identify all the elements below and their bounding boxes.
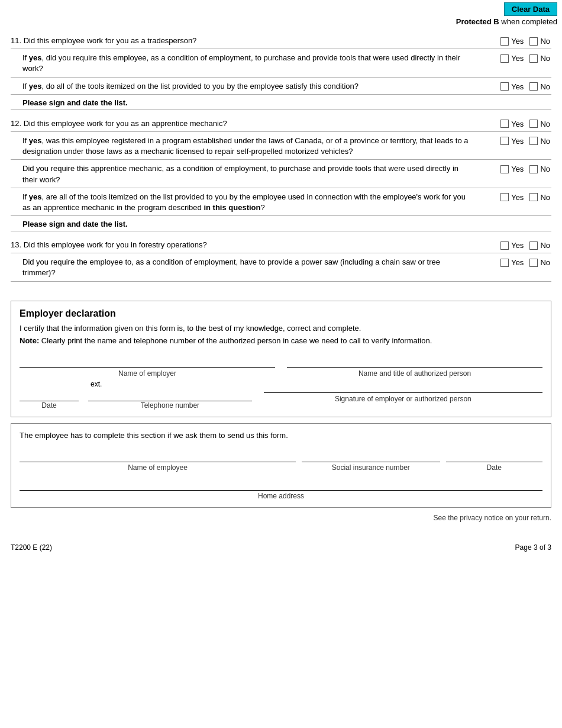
question-11-yn: Yes No (480, 36, 551, 46)
home-address-line (20, 478, 542, 491)
question-13-yes-label: Yes (511, 241, 524, 250)
employer-name-label: Name of employer (118, 369, 176, 378)
question-12c-no-checkbox[interactable] (529, 193, 538, 201)
employer-phone-label: Telephone number (141, 401, 199, 410)
employee-name-label: Name of employee (128, 463, 188, 472)
question-12b-no-checkbox[interactable] (529, 165, 538, 173)
employee-name-field: Name of employee (20, 449, 296, 472)
question-13a-text: Did you require the employee to, as a co… (22, 257, 480, 278)
question-12b-yn: Yes No (480, 163, 551, 173)
employer-sig-top-row: Name of employer Name and title of autho… (20, 355, 542, 378)
question-12a-text: If yes, was this employee registered in … (22, 136, 480, 157)
question-12-text: 12. Did this employee work for you as an… (11, 118, 480, 129)
question-12-no-checkbox[interactable] (529, 120, 538, 128)
employer-name-field: Name of employer (20, 355, 275, 378)
question-13a-yes-checkbox[interactable] (500, 259, 509, 267)
question-13-yes-checkbox[interactable] (500, 241, 509, 250)
clear-data-button[interactable]: Clear Data (504, 2, 557, 16)
employee-intro-text: The employee has to complete this sectio… (20, 431, 542, 440)
question-11a-yes-label: Yes (511, 54, 524, 63)
question-11-yes-label: Yes (511, 37, 524, 46)
question-12-yes-checkbox[interactable] (500, 120, 509, 128)
employee-name-line (20, 449, 296, 462)
authorized-name-line (287, 355, 542, 368)
question-11a-text: If yes, did you require this employee, a… (22, 53, 480, 74)
employer-declaration-box: Employer declaration I certify that the … (11, 301, 551, 417)
question-12-number: 12. (11, 119, 21, 128)
question-12c-yn: Yes No (480, 192, 551, 202)
question-11a-yes-checkbox[interactable] (500, 54, 509, 63)
employer-date-field: Date (20, 388, 79, 410)
employer-certify-text: I certify that the information given on … (20, 324, 542, 333)
employee-fields-row: Name of employee Social insurance number… (20, 449, 542, 472)
employer-note: Note: Clearly print the name and telepho… (20, 336, 542, 345)
question-13a-no-checkbox[interactable] (529, 259, 538, 267)
question-11-label: Did this employee work for you as a trad… (24, 36, 197, 45)
question-11b-yes-label: Yes (511, 82, 524, 91)
question-13-no-label: No (540, 241, 550, 250)
please-sign-12: Please sign and date the list. (11, 216, 551, 231)
question-12a-yes-label: Yes (511, 137, 524, 146)
question-13a-row: Did you require the employee to, as a co… (11, 253, 551, 281)
question-13a-no-label: No (540, 258, 550, 267)
question-12b-text: Did you require this apprentice mechanic… (22, 163, 480, 185)
question-11b-row: If yes, do all of the tools itemized on … (11, 78, 551, 95)
question-11b-yn: Yes No (480, 81, 551, 91)
authorized-name-label: Name and title of authorized person (358, 369, 471, 378)
question-12-row: 12. Did this employee work for you as an… (11, 115, 551, 132)
question-13-number: 13. (11, 240, 21, 249)
employer-sig-line (264, 380, 542, 393)
question-11b-text: If yes, do all of the tools itemized on … (22, 81, 480, 92)
employer-date-label: Date (41, 401, 56, 410)
question-12b-yes-checkbox[interactable] (500, 165, 509, 173)
privacy-notice: See the privacy notice on your return. (11, 514, 551, 522)
question-11-no-label: No (540, 37, 550, 46)
employer-sig-field: Signature of employer or authorized pers… (264, 380, 542, 410)
question-12-label: Did this employee work for you as an app… (24, 119, 227, 128)
home-address-row: Home address (20, 478, 542, 500)
employer-declaration-title: Employer declaration (20, 308, 542, 319)
question-11b-yes-checkbox[interactable] (500, 82, 509, 91)
employee-sin-line (302, 449, 440, 462)
question-11a-row: If yes, did you require this employee, a… (11, 49, 551, 77)
question-11-row: 11. Did this employee work for you as a … (11, 32, 551, 49)
employee-date-field: Date (446, 449, 542, 472)
question-12a-yes-checkbox[interactable] (500, 137, 509, 145)
authorized-name-field: Name and title of authorized person (287, 355, 542, 378)
ext-label: ext. (91, 380, 102, 388)
question-11-no-checkbox[interactable] (529, 37, 538, 46)
question-11b-no-label: No (540, 82, 550, 91)
question-12c-yes-label: Yes (511, 193, 524, 202)
question-12c-text: If yes, are all of the tools itemized on… (22, 192, 480, 213)
question-11a-no-checkbox[interactable] (529, 54, 538, 63)
footer: T2200 E (22) Page 3 of 3 (0, 534, 562, 556)
question-13-no-checkbox[interactable] (529, 241, 538, 250)
question-12c-yes-checkbox[interactable] (500, 193, 509, 201)
question-12b-row: Did you require this apprentice mechanic… (11, 160, 551, 188)
question-13-row: 13. Did this employee work for you in fo… (11, 236, 551, 253)
question-12a-no-checkbox[interactable] (529, 137, 538, 145)
question-12b-no-label: No (540, 165, 550, 173)
question-12b-yes-label: Yes (511, 165, 524, 173)
question-12-yes-label: Yes (511, 120, 524, 128)
employee-date-line (446, 449, 542, 462)
question-12a-yn: Yes No (480, 136, 551, 146)
question-11-number: 11. (11, 36, 21, 45)
question-12a-row: If yes, was this employee registered in … (11, 132, 551, 160)
question-13-label: Did this employee work for you in forest… (24, 240, 207, 249)
question-11a-yn: Yes No (480, 53, 551, 63)
protected-label: Protected B when completed (0, 17, 562, 30)
question-11-text: 11. Did this employee work for you as a … (11, 36, 480, 46)
question-12c-row: If yes, are all of the tools itemized on… (11, 188, 551, 216)
question-12-yn: Yes No (480, 118, 551, 128)
employer-date-line (20, 388, 79, 401)
note-bold: Note: (20, 336, 39, 345)
question-11b-no-checkbox[interactable] (529, 82, 538, 91)
employee-date-label: Date (487, 463, 502, 472)
question-11-yes-checkbox[interactable] (500, 37, 509, 46)
question-12a-no-label: No (540, 137, 550, 146)
employer-name-line (20, 355, 275, 368)
question-11a-no-label: No (540, 54, 550, 63)
question-12c-no-label: No (540, 193, 550, 202)
employee-section-box: The employee has to complete this sectio… (11, 423, 551, 508)
